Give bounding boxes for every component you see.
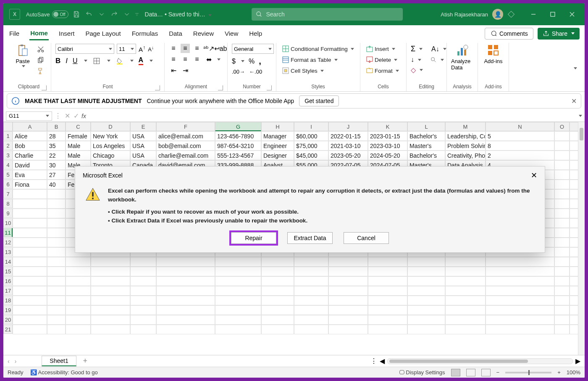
cell[interactable] <box>91 257 130 267</box>
cell[interactable] <box>91 286 130 296</box>
cut-icon[interactable] <box>36 45 45 53</box>
row-header[interactable]: 4 <box>3 160 13 169</box>
tab-view[interactable]: View <box>224 27 239 40</box>
column-header[interactable]: L <box>407 122 445 131</box>
cell[interactable] <box>156 305 215 315</box>
cell[interactable] <box>47 296 66 305</box>
undo-icon[interactable] <box>84 10 94 19</box>
cell[interactable] <box>328 276 368 286</box>
cell[interactable]: 22 <box>47 151 66 160</box>
cell[interactable]: Female <box>66 131 91 141</box>
cell[interactable]: 5 <box>486 131 554 141</box>
row-header[interactable]: 8 <box>3 199 13 208</box>
cell[interactable] <box>47 209 66 218</box>
save-icon[interactable] <box>72 10 81 19</box>
increase-font-icon[interactable]: A↑ <box>139 45 145 53</box>
cell[interactable] <box>407 276 445 286</box>
cell[interactable] <box>215 276 261 286</box>
cell[interactable] <box>47 286 66 296</box>
cell[interactable] <box>156 276 215 286</box>
font-color-icon[interactable]: A <box>139 56 144 65</box>
align-center-icon[interactable]: ≡ <box>181 55 190 64</box>
tab-data[interactable]: Data <box>168 27 183 40</box>
cell[interactable]: 35 <box>47 141 66 151</box>
cell[interactable] <box>368 276 407 286</box>
bold-button[interactable]: B <box>55 57 60 65</box>
cell[interactable] <box>215 325 261 334</box>
fill-icon[interactable]: ↓ <box>411 56 414 64</box>
maximize-button[interactable] <box>543 8 562 21</box>
cell[interactable]: 2023-05-20 <box>328 151 368 160</box>
cell[interactable] <box>47 325 66 334</box>
cell[interactable] <box>294 315 328 325</box>
cell[interactable] <box>47 189 66 199</box>
accessibility-status[interactable]: ♿ Accessibility: Good to go <box>30 369 98 376</box>
row-header[interactable]: 17 <box>3 286 13 295</box>
cell[interactable] <box>261 296 294 305</box>
cell[interactable]: Alice <box>13 131 47 141</box>
cell[interactable] <box>261 305 294 315</box>
cell[interactable] <box>156 286 215 296</box>
cell[interactable] <box>13 228 47 238</box>
cell[interactable] <box>261 257 294 267</box>
column-header[interactable]: M <box>445 122 486 131</box>
cell[interactable] <box>261 276 294 286</box>
chevron-down-icon[interactable] <box>97 10 106 19</box>
cell[interactable] <box>554 141 570 151</box>
cell[interactable] <box>407 267 445 276</box>
cell[interactable] <box>368 286 407 296</box>
get-started-button[interactable]: Get started <box>299 95 339 106</box>
cell[interactable]: 123-456-7890 <box>215 131 261 141</box>
cell[interactable]: New York <box>91 131 130 141</box>
cell[interactable] <box>91 325 130 334</box>
sheetbar-menu-icon[interactable]: ⋮ <box>370 357 377 365</box>
cell[interactable] <box>13 209 47 218</box>
format-as-table-button[interactable]: Format as Table <box>281 56 339 64</box>
cell[interactable]: 2023-01-15 <box>368 131 407 141</box>
row-header[interactable]: 7 <box>3 189 13 198</box>
font-size-select[interactable]: 11 <box>117 44 136 54</box>
fx-dropdown-icon[interactable]: ⋮ <box>55 112 61 120</box>
currency-icon[interactable]: $ <box>232 58 236 65</box>
cell[interactable] <box>261 315 294 325</box>
cell[interactable]: 27 <box>47 170 66 180</box>
cell[interactable] <box>554 325 570 334</box>
decrease-indent-icon[interactable]: ⇤ <box>169 66 178 75</box>
add-sheet-button[interactable]: + <box>81 357 90 366</box>
cell[interactable] <box>261 286 294 296</box>
zoom-level[interactable]: 100% <box>567 369 580 376</box>
cell[interactable] <box>554 151 570 160</box>
cell[interactable]: 555-123-4567 <box>215 151 261 160</box>
cell[interactable] <box>130 325 156 334</box>
align-middle-icon[interactable]: ≡ <box>181 44 190 53</box>
cell[interactable] <box>486 296 554 305</box>
column-header[interactable]: G <box>215 122 261 131</box>
scroll-left-icon[interactable]: ◀ <box>380 357 385 365</box>
analyze-data-button[interactable]: Analyze Data <box>451 44 473 71</box>
autosum-icon[interactable]: Σ <box>411 45 415 53</box>
comma-icon[interactable]: , <box>259 56 261 66</box>
column-header[interactable]: K <box>368 122 407 131</box>
cell[interactable] <box>13 296 47 305</box>
cell[interactable] <box>294 296 328 305</box>
addins-button[interactable]: Add-ins <box>482 44 504 64</box>
decrease-decimal-icon[interactable]: ←.00 <box>249 69 262 75</box>
cell[interactable] <box>368 257 407 267</box>
cell[interactable]: Charlie <box>13 151 47 160</box>
align-right-icon[interactable]: ≡ <box>192 55 202 64</box>
comments-button[interactable]: Comments <box>485 28 533 40</box>
cell[interactable] <box>554 189 570 199</box>
cell[interactable] <box>554 238 570 247</box>
cell[interactable] <box>91 305 130 315</box>
repair-button[interactable]: Repair <box>231 232 276 244</box>
align-left-icon[interactable]: ≡ <box>169 55 178 64</box>
qat-customize-icon[interactable] <box>135 10 139 19</box>
close-button[interactable] <box>563 8 581 21</box>
column-header[interactable]: E <box>130 122 156 131</box>
tab-help[interactable]: Help <box>248 27 263 40</box>
sort-filter-icon[interactable]: A↓ <box>431 45 439 53</box>
search-input[interactable]: Search <box>252 8 403 21</box>
autosave-toggle[interactable]: AutoSave Off <box>26 11 68 18</box>
cell[interactable] <box>486 267 554 276</box>
cell[interactable]: Manager <box>261 131 294 141</box>
